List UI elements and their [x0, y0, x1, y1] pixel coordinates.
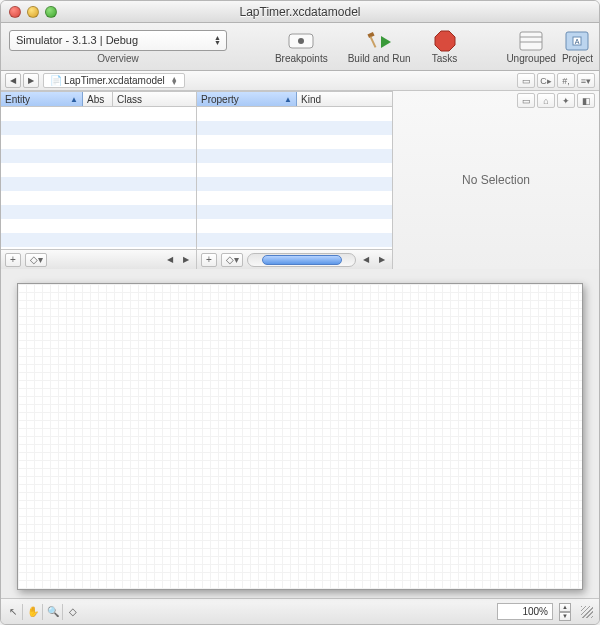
entity-col-abs[interactable]: Abs	[83, 92, 113, 106]
entity-rows[interactable]	[1, 107, 196, 249]
toolbar-right: Ungrouped A Project	[506, 29, 599, 64]
entity-next-button[interactable]: ▶	[180, 253, 192, 267]
entity-col-class[interactable]: Class	[113, 92, 196, 106]
table-row	[1, 233, 196, 247]
bookmarks-button[interactable]: #,	[557, 73, 575, 88]
entity-panel: Entity ▲ Abs Class + ◇▾	[1, 91, 197, 269]
ungrouped-icon	[517, 29, 545, 53]
zoom-value: 100%	[522, 606, 548, 617]
breakpoints-icon	[287, 29, 315, 53]
table-row	[197, 191, 392, 205]
property-footer: + ◇▾ ◀ ▶	[197, 249, 392, 269]
table-row	[1, 107, 196, 121]
table-row	[197, 205, 392, 219]
property-panel: Property ▲ Kind + ◇▾ ◀	[197, 91, 393, 269]
svg-rect-3	[370, 36, 377, 48]
add-property-button[interactable]: +	[201, 253, 217, 267]
table-row	[197, 135, 392, 149]
zoom-tool[interactable]: 🔍	[47, 604, 63, 620]
abs-col-label: Abs	[87, 94, 104, 105]
kind-col-label: Kind	[301, 94, 321, 105]
stop-icon	[431, 29, 459, 53]
svg-marker-4	[381, 36, 391, 48]
table-row	[197, 219, 392, 233]
statusbar: ↖ ✋ 🔍 ◇ 100% ▲ ▼	[1, 598, 599, 624]
class-col-label: Class	[117, 94, 142, 105]
inspector-tabs-1: ▭ ⌂ ✦ ◧	[517, 93, 595, 108]
breadcrumb[interactable]: 📄 LapTimer.xcdatamodel ▲▼	[43, 73, 185, 88]
toolbar-left: Simulator - 3.1.3 | Debug ▲▼ Overview	[1, 30, 227, 64]
property-rows[interactable]	[197, 107, 392, 249]
build-run-button[interactable]: Build and Run	[348, 29, 411, 64]
toolbar-center: Breakpoints Build and Run Tasks	[227, 29, 506, 64]
entity-header: Entity ▲ Abs Class	[1, 91, 196, 107]
sort-asc-icon: ▲	[70, 95, 78, 104]
property-header: Property ▲ Kind	[197, 91, 392, 107]
zoom-down[interactable]: ▼	[559, 612, 571, 621]
detail-inspector: ▭ ⌂ ✦ ◧ No Selection	[393, 91, 599, 269]
pointer-tool[interactable]: ↖	[7, 604, 23, 620]
table-row	[197, 121, 392, 135]
sort-asc-icon: ▲	[284, 95, 292, 104]
note-tool[interactable]: ◇	[67, 604, 83, 620]
entity-prev-button[interactable]: ◀	[164, 253, 176, 267]
property-hscroll[interactable]	[247, 253, 356, 267]
build-run-label: Build and Run	[348, 53, 411, 64]
tasks-label: Tasks	[432, 53, 458, 64]
hand-tool[interactable]: ✋	[27, 604, 43, 620]
table-row	[1, 149, 196, 163]
entity-col-entity[interactable]: Entity ▲	[1, 92, 83, 106]
titlebar: LapTimer.xcdatamodel	[1, 1, 599, 23]
back-button[interactable]: ◀	[5, 73, 21, 88]
forward-button[interactable]: ▶	[23, 73, 39, 88]
property-col-property[interactable]: Property ▲	[197, 92, 297, 106]
breakpoints-label: Breakpoints	[275, 53, 328, 64]
inspector-tab-2[interactable]: ⌂	[537, 93, 555, 108]
scheme-label-text: Simulator - 3.1.3 | Debug	[16, 34, 138, 46]
resize-grip-icon[interactable]	[581, 606, 593, 618]
property-col-label: Property	[201, 94, 239, 105]
property-prev-button[interactable]: ◀	[360, 253, 372, 267]
scroll-thumb[interactable]	[262, 255, 342, 265]
pathbar: ◀ ▶ 📄 LapTimer.xcdatamodel ▲▼ ▭ C▸ #, ≡▾	[1, 71, 599, 91]
lock-button[interactable]: C▸	[537, 73, 555, 88]
project-icon: A	[563, 29, 591, 53]
table-row	[1, 191, 196, 205]
xcode-window: LapTimer.xcdatamodel Simulator - 3.1.3 |…	[0, 0, 600, 625]
table-row	[1, 163, 196, 177]
hammer-play-icon	[365, 29, 393, 53]
table-row	[1, 121, 196, 135]
svg-point-1	[298, 38, 304, 44]
table-row	[1, 135, 196, 149]
outline-button[interactable]: ≡▾	[577, 73, 595, 88]
svg-rect-6	[520, 32, 542, 50]
table-row	[1, 205, 196, 219]
entity-col-label: Entity	[5, 94, 30, 105]
ungrouped-button[interactable]: Ungrouped	[506, 29, 555, 64]
zoom-field[interactable]: 100%	[497, 603, 553, 620]
pathbar-tools: ▭ C▸ #, ≡▾	[517, 73, 595, 88]
inspector-tab-3[interactable]: ✦	[557, 93, 575, 108]
diagram-area	[1, 269, 599, 598]
zoom-stepper: ▲ ▼	[559, 603, 571, 621]
table-row	[197, 149, 392, 163]
inspector-tab-4[interactable]: ◧	[577, 93, 595, 108]
property-mode-button[interactable]: ◇▾	[221, 253, 243, 267]
diagram-canvas[interactable]	[17, 283, 583, 590]
project-label: Project	[562, 53, 593, 64]
add-entity-button[interactable]: +	[5, 253, 21, 267]
inspector-tab-1[interactable]: ▭	[517, 93, 535, 108]
tasks-button[interactable]: Tasks	[431, 29, 459, 64]
table-row	[197, 233, 392, 247]
property-col-kind[interactable]: Kind	[297, 92, 392, 106]
svg-marker-5	[435, 31, 455, 51]
entity-footer: + ◇▾ ◀ ▶	[1, 249, 196, 269]
project-button[interactable]: A Project	[562, 29, 593, 64]
property-next-button[interactable]: ▶	[376, 253, 388, 267]
zoom-up[interactable]: ▲	[559, 603, 571, 612]
breakpoints-button[interactable]: Breakpoints	[275, 29, 328, 64]
entity-mode-button[interactable]: ◇▾	[25, 253, 47, 267]
counterpart-button[interactable]: ▭	[517, 73, 535, 88]
scheme-popup[interactable]: Simulator - 3.1.3 | Debug ▲▼	[9, 30, 227, 51]
history-nav: ◀ ▶	[5, 73, 39, 88]
